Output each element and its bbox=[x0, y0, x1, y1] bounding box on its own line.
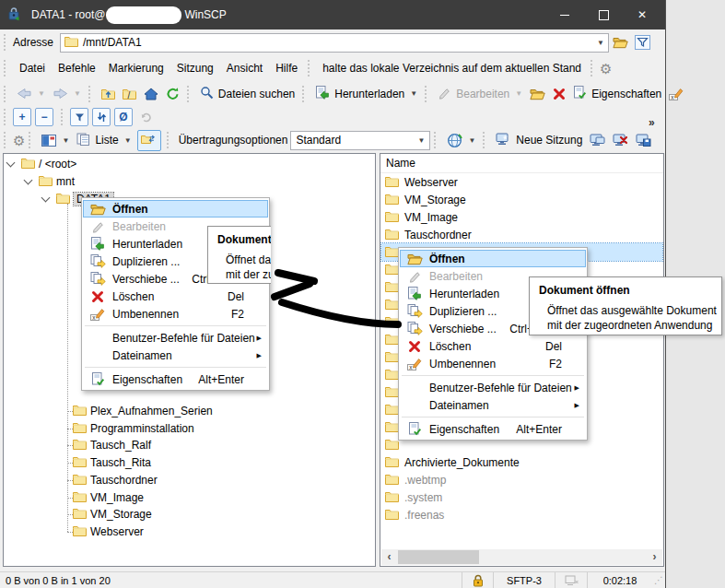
session-tab-button[interactable]: halte das lokale Verzeichnis auf dem akt… bbox=[317, 58, 587, 78]
menu-item-löschen[interactable]: LöschenDel bbox=[83, 288, 268, 305]
toolbar-grip[interactable] bbox=[483, 132, 487, 148]
menu-item-öffnen[interactable]: Öffnen bbox=[83, 200, 268, 218]
menu-datei[interactable]: Datei bbox=[13, 58, 52, 78]
menu-item-eigenschaften[interactable]: EigenschaftenAlt+Enter bbox=[83, 370, 268, 388]
synchronized-browsing-toggle[interactable] bbox=[137, 130, 161, 151]
panel-layout-button[interactable]: ▼ bbox=[38, 132, 73, 149]
toolbar-grip[interactable] bbox=[61, 109, 65, 125]
chevron-expanded-icon[interactable] bbox=[24, 176, 33, 185]
tree-item[interactable]: Tausch_Ralf bbox=[73, 437, 151, 453]
filter-button[interactable] bbox=[631, 32, 653, 53]
toolbar-grip[interactable] bbox=[4, 60, 8, 76]
gear-icon[interactable]: ⚙ bbox=[600, 62, 612, 76]
file-list-row[interactable]: Webserver bbox=[381, 173, 662, 191]
toolbar-grip[interactable] bbox=[425, 86, 429, 102]
tree-item[interactable]: Tausch_Rita bbox=[73, 454, 151, 471]
menu-item-öffnen[interactable]: Öffnen bbox=[400, 250, 586, 267]
menu-item-benutzer-befehle-für-dateien[interactable]: Benutzer-Befehle für Dateien▶ bbox=[400, 379, 586, 396]
protocol-badge[interactable]: SFTP-3 bbox=[493, 572, 555, 588]
toolbar-grip[interactable] bbox=[434, 132, 439, 148]
delete-button[interactable] bbox=[549, 85, 569, 103]
menu-befehle[interactable]: Befehle bbox=[52, 58, 102, 78]
clear-selection-button[interactable]: Ø bbox=[114, 108, 133, 126]
menu-item-benutzer-befehle-für-dateien[interactable]: Benutzer-Befehle für Dateien▶ bbox=[83, 329, 268, 347]
select-remove-button[interactable]: − bbox=[35, 108, 53, 126]
menu-item-löschen[interactable]: LöschenDel bbox=[400, 337, 586, 355]
scroll-left-arrow[interactable]: ‹ bbox=[381, 549, 397, 565]
find-files-button[interactable]: Dateien suchen bbox=[196, 83, 298, 105]
menu-ansicht[interactable]: Ansicht bbox=[220, 58, 269, 78]
file-list-row[interactable]: VM_Image bbox=[381, 208, 662, 226]
menu-item-umbenennen[interactable]: xUmbenennenF2 bbox=[400, 355, 586, 372]
menu-sitzung[interactable]: Sitzung bbox=[170, 58, 220, 78]
root-directory-button[interactable]: / bbox=[119, 85, 140, 102]
select-add-button[interactable]: + bbox=[13, 108, 31, 126]
toolbar-grip[interactable] bbox=[302, 86, 307, 102]
toolbar-grip[interactable] bbox=[187, 86, 192, 102]
maximize-button[interactable] bbox=[584, 0, 623, 29]
home-directory-button[interactable] bbox=[140, 85, 162, 103]
toolbar-grip[interactable] bbox=[4, 34, 8, 51]
open-directory-button[interactable] bbox=[609, 32, 631, 53]
toolbar-grip[interactable] bbox=[88, 86, 93, 102]
lock-icon[interactable] bbox=[462, 572, 493, 588]
forward-button[interactable]: ▼ bbox=[49, 85, 85, 102]
tree-item[interactable]: Programminstallation bbox=[73, 420, 194, 437]
close-button[interactable]: ✕ bbox=[623, 0, 661, 29]
scrollbar-thumb[interactable] bbox=[398, 550, 479, 564]
file-list-row[interactable]: .webtmp bbox=[381, 471, 662, 488]
chevron-down-icon[interactable]: ▼ bbox=[124, 136, 132, 145]
tree-item[interactable]: mnt bbox=[25, 173, 75, 190]
toolbar-grip[interactable] bbox=[4, 109, 8, 125]
menu-markierung[interactable]: Markierung bbox=[102, 58, 170, 78]
transfer-preset-select[interactable]: Standard ▼ bbox=[290, 131, 430, 150]
tree-item[interactable]: VM_Storage bbox=[73, 506, 152, 523]
minimize-button[interactable] bbox=[545, 0, 584, 29]
file-list-row[interactable]: .system bbox=[381, 488, 662, 506]
swap-selection-icon[interactable] bbox=[92, 108, 111, 126]
back-button[interactable]: ▼ bbox=[13, 85, 49, 102]
tree-item[interactable]: Plex_Aufnahmen_Serien bbox=[73, 403, 213, 419]
scroll-right-arrow[interactable]: › bbox=[647, 549, 662, 565]
address-input[interactable]: /mnt/DATA1 ▼ bbox=[60, 33, 609, 53]
menu-item-dateinamen[interactable]: Dateinamen▶ bbox=[83, 347, 268, 364]
file-list-row[interactable]: VM_Storage bbox=[381, 191, 662, 208]
menu-hilfe[interactable]: Hilfe bbox=[269, 58, 304, 78]
open-folder-button[interactable] bbox=[526, 85, 549, 103]
edit-button[interactable]: Bearbeiten ▼ bbox=[434, 83, 526, 105]
tree-item[interactable]: Webserver bbox=[73, 523, 144, 540]
chevron-expanded-icon[interactable] bbox=[6, 159, 16, 168]
synchronize-button[interactable]: ▼ bbox=[443, 130, 479, 151]
tree-item[interactable]: VM_Image bbox=[73, 489, 144, 506]
chevron-expanded-icon[interactable] bbox=[41, 194, 51, 203]
view-style-button[interactable]: Liste ▼ bbox=[73, 130, 134, 151]
file-list-row[interactable]: Tauschordner bbox=[381, 226, 662, 243]
toolbar-grip[interactable] bbox=[4, 86, 8, 102]
column-header-name[interactable]: Name bbox=[380, 154, 663, 173]
refresh-button[interactable] bbox=[162, 84, 183, 103]
toolbar-grip[interactable] bbox=[4, 132, 8, 148]
menu-item-eigenschaften[interactable]: EigenschaftenAlt+Enter bbox=[400, 420, 586, 438]
parent-directory-button[interactable] bbox=[98, 85, 119, 102]
tree-item[interactable]: Tauschordner bbox=[73, 472, 158, 488]
save-session-button[interactable] bbox=[632, 131, 655, 149]
properties-button[interactable]: Eigenschaften bbox=[569, 83, 665, 105]
toolbar-grip[interactable] bbox=[308, 60, 312, 76]
rename-button[interactable]: x bbox=[665, 84, 687, 103]
filter-icon[interactable] bbox=[70, 108, 88, 126]
file-list-row[interactable]: Archivierte_Dokumente bbox=[381, 453, 662, 471]
menu-item-dateinamen[interactable]: Dateinamen▶ bbox=[400, 396, 586, 414]
tree-item[interactable]: / <root> bbox=[7, 156, 76, 172]
server-icon[interactable] bbox=[555, 572, 587, 588]
close-session-button[interactable] bbox=[609, 131, 632, 149]
duplicate-session-button[interactable] bbox=[586, 131, 609, 149]
toolbar-grip[interactable] bbox=[167, 132, 171, 148]
gear-icon[interactable]: ⚙ bbox=[13, 134, 25, 147]
toolbar-grip[interactable] bbox=[29, 132, 33, 148]
undo-icon[interactable] bbox=[136, 108, 155, 126]
chevron-down-icon[interactable]: ▼ bbox=[597, 39, 604, 47]
resize-grip[interactable]: ⋰ bbox=[652, 572, 665, 588]
download-button[interactable]: Herunterladen ▼ bbox=[311, 83, 421, 105]
toolbar-grip[interactable] bbox=[591, 60, 595, 76]
chevron-down-icon[interactable]: ▼ bbox=[410, 89, 417, 98]
